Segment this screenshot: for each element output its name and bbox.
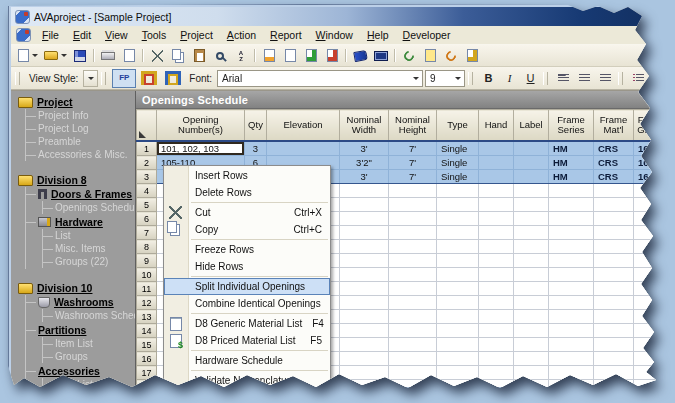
list-button[interactable] bbox=[629, 70, 648, 87]
column-header-nominal-height[interactable]: Nominal Height bbox=[389, 110, 437, 142]
bold-button[interactable]: B bbox=[479, 70, 498, 87]
cell-opening-numbers[interactable]: 101, 102, 103 bbox=[157, 141, 245, 156]
menu-tools[interactable]: Tools bbox=[135, 27, 174, 43]
menu-help[interactable]: Help bbox=[360, 27, 396, 43]
sidebar-item-division-10[interactable]: Division 10 bbox=[18, 282, 135, 294]
cell-frame-series[interactable]: HM bbox=[549, 156, 594, 170]
font-size-select[interactable]: 9 bbox=[425, 70, 465, 87]
row-header[interactable]: 10 bbox=[137, 268, 157, 282]
column-header-frame-series[interactable]: Frame Series bbox=[549, 110, 594, 142]
cell-label[interactable] bbox=[514, 141, 549, 156]
material-list-button[interactable] bbox=[280, 47, 300, 65]
menu-project[interactable]: Project bbox=[173, 27, 220, 43]
align-center-button[interactable] bbox=[575, 70, 594, 87]
cell-label[interactable] bbox=[514, 156, 549, 170]
sidebar-item-project[interactable]: Project bbox=[18, 96, 135, 108]
menu-developer[interactable]: Developer bbox=[396, 27, 458, 43]
italic-button[interactable]: I bbox=[500, 70, 519, 87]
row-header[interactable]: 12 bbox=[137, 296, 157, 310]
sidebar-item-project-log[interactable]: Project Log bbox=[38, 122, 135, 135]
align-right-button[interactable] bbox=[596, 70, 615, 87]
cell-hand[interactable] bbox=[479, 156, 514, 170]
cell-type[interactable]: Single bbox=[437, 156, 479, 170]
cell-frame-matl[interactable]: CRS bbox=[594, 170, 634, 184]
cell-frame-gauge[interactable]: 16 bbox=[634, 170, 658, 184]
sidebar-item-accessories-item-list[interactable]: Item List bbox=[55, 378, 135, 387]
sidebar-item-openings-schedule[interactable]: Openings Schedule bbox=[55, 201, 135, 214]
find-button[interactable] bbox=[210, 47, 230, 65]
import-list-button[interactable] bbox=[259, 47, 279, 65]
reload-button[interactable] bbox=[441, 47, 461, 65]
cell-frame-series[interactable]: HM bbox=[549, 170, 594, 184]
row-header[interactable]: 16 bbox=[137, 352, 157, 366]
copy-button[interactable] bbox=[168, 47, 188, 65]
sidebar-item-accessories[interactable]: Accessories bbox=[38, 365, 135, 377]
cell-frame-matl[interactable]: CRS bbox=[594, 156, 634, 170]
select-all-corner[interactable] bbox=[137, 110, 157, 142]
menu-item-hide-rows[interactable]: Hide Rows bbox=[164, 258, 330, 275]
view-toggle-button[interactable]: FP bbox=[112, 69, 136, 88]
cell-nominal-height[interactable]: 7' bbox=[389, 156, 437, 170]
priced-material-list-button[interactable] bbox=[322, 47, 342, 65]
column-header-nominal-width[interactable]: Nominal Width bbox=[340, 110, 389, 142]
sidebar-item-groups-22[interactable]: Groups (22) bbox=[55, 255, 135, 268]
row-header[interactable]: 2 bbox=[137, 156, 157, 170]
cell-frame-series[interactable]: HM bbox=[549, 141, 594, 156]
font-select[interactable]: Arial bbox=[217, 70, 423, 87]
edit-document-button[interactable] bbox=[462, 47, 482, 65]
save-button[interactable] bbox=[70, 47, 90, 65]
row-header[interactable]: 3 bbox=[137, 170, 157, 184]
menu-item-copy[interactable]: CopyCtrl+C bbox=[164, 221, 330, 238]
column-header-opening-numbers[interactable]: Opening Number(s) bbox=[157, 110, 245, 142]
column-header-frame-gauge[interactable]: Frame Gauge bbox=[634, 110, 658, 142]
cell-nominal-height[interactable]: 7' bbox=[389, 170, 437, 184]
row-header[interactable]: 4 bbox=[137, 184, 157, 198]
catalog-button[interactable] bbox=[350, 47, 370, 65]
menu-item-delete-rows[interactable]: Delete Rows bbox=[164, 184, 330, 201]
title-bar[interactable]: AVAproject - [Sample Project] bbox=[11, 7, 657, 26]
row-header[interactable]: 13 bbox=[137, 310, 157, 324]
row-header[interactable]: 6 bbox=[137, 212, 157, 226]
snapshot-button[interactable] bbox=[420, 47, 440, 65]
sidebar-item-hardware[interactable]: Hardware bbox=[38, 216, 135, 228]
cell-frame-matl[interactable]: CRS bbox=[594, 141, 634, 156]
row-header[interactable]: 1 bbox=[137, 141, 157, 156]
sidebar-item-division-8[interactable]: Division 8 bbox=[18, 174, 135, 186]
row-header[interactable]: 15 bbox=[137, 338, 157, 352]
cell-nominal-width[interactable]: 3' bbox=[340, 170, 389, 184]
menu-item-cut[interactable]: CutCtrl+X bbox=[164, 204, 330, 221]
view-style-dropdown[interactable] bbox=[83, 70, 98, 87]
cell-nominal-width[interactable]: 3'2" bbox=[340, 156, 389, 170]
menu-item-hardware-schedule[interactable]: Hardware Schedule bbox=[164, 352, 330, 369]
menu-item-d8-generic-material-list[interactable]: D8 Generic Material ListF4 bbox=[164, 315, 330, 332]
cell-frame-gauge[interactable]: 16 bbox=[634, 156, 658, 170]
row-header[interactable]: 14 bbox=[137, 324, 157, 338]
new-document-button[interactable] bbox=[14, 47, 41, 65]
paste-button[interactable] bbox=[189, 47, 209, 65]
sidebar-item-doors-frames[interactable]: Doors & Frames bbox=[38, 188, 135, 200]
menu-view[interactable]: View bbox=[98, 27, 135, 43]
menu-edit[interactable]: Edit bbox=[66, 27, 98, 43]
cut-button[interactable] bbox=[147, 47, 167, 65]
cell-type[interactable]: Single bbox=[437, 141, 479, 156]
sidebar-item-accessories-misc[interactable]: Accessories & Misc. bbox=[38, 148, 135, 161]
refresh-button[interactable] bbox=[399, 47, 419, 65]
row-header[interactable]: 8 bbox=[137, 240, 157, 254]
sidebar-item-partitions-groups[interactable]: Groups bbox=[55, 350, 135, 363]
open-file-button[interactable] bbox=[42, 47, 69, 65]
column-header-type[interactable]: Type bbox=[437, 110, 479, 142]
row-header[interactable]: 17 bbox=[137, 366, 157, 380]
cell-type[interactable]: Single bbox=[437, 170, 479, 184]
menu-item-d8-priced-material-list[interactable]: D8 Priced Material ListF5 bbox=[164, 332, 330, 349]
cell-elevation[interactable] bbox=[267, 141, 340, 156]
print-preview-button[interactable] bbox=[119, 47, 139, 65]
menu-item-freeze-rows[interactable]: Freeze Rows bbox=[164, 241, 330, 258]
column-header-elevation[interactable]: Elevation bbox=[267, 110, 340, 142]
frame-elevation-view-button[interactable] bbox=[162, 69, 184, 88]
cell-nominal-width[interactable]: 3' bbox=[340, 141, 389, 156]
menu-window[interactable]: Window bbox=[309, 27, 360, 43]
presentation-button[interactable] bbox=[371, 47, 391, 65]
row-header[interactable]: 5 bbox=[137, 198, 157, 212]
sidebar-item-washrooms[interactable]: Washrooms bbox=[38, 296, 135, 308]
toolbar-grip[interactable] bbox=[15, 72, 20, 85]
